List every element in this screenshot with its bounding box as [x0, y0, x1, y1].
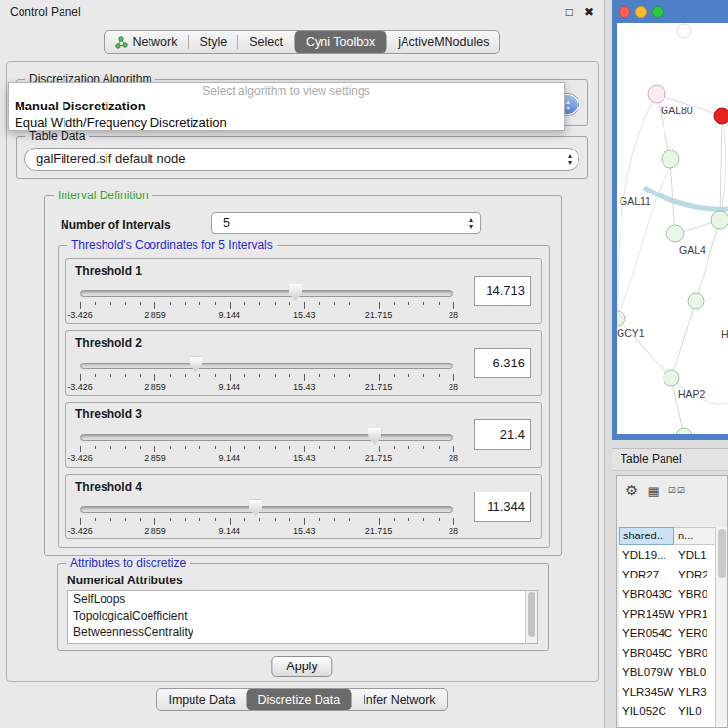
- tick-mark: [349, 446, 350, 449]
- threshold-value-field[interactable]: 21.4: [474, 419, 531, 450]
- dropdown-option-manual-discretization[interactable]: Manual Discretization: [9, 98, 564, 114]
- tick-label: 28: [449, 526, 458, 535]
- tick-mark: [364, 374, 364, 377]
- columns-icon[interactable]: ▦: [647, 484, 659, 498]
- column-header-name[interactable]: n...: [674, 527, 715, 545]
- tick-mark: [230, 374, 231, 381]
- attribute-list-item[interactable]: SelfLoops: [68, 591, 537, 608]
- control-panel: Control Panel □ ✖ NetworkStyleSelectCyni…: [0, 0, 605, 728]
- tick-mark: [364, 446, 364, 449]
- interval-definition-group: Interval Definition Number of Intervals …: [44, 195, 562, 556]
- tick-mark: [379, 518, 380, 525]
- threshold-slider[interactable]: -3.4262.8599.14415.4321.71528: [80, 283, 453, 321]
- select-columns-icon[interactable]: ☑☑: [668, 486, 686, 495]
- table-row[interactable]: YBL079WYBL0: [619, 663, 715, 682]
- table-row[interactable]: YDL19...YDL1: [619, 545, 715, 565]
- tick-mark: [140, 446, 141, 449]
- column-header-shared-name[interactable]: shared...: [619, 527, 674, 545]
- table-scrollbar[interactable]: [715, 527, 727, 727]
- tick-mark: [394, 446, 395, 449]
- close-icon[interactable]: ✖: [584, 5, 594, 19]
- table-panel-title: Table Panel: [621, 452, 682, 466]
- threshold-value-field[interactable]: 11.344: [474, 492, 531, 522]
- tab-cyni-toolbox[interactable]: Cyni Toolbox: [295, 31, 386, 53]
- table-cell: YPR145W: [619, 604, 674, 623]
- tab-jactivemnodules[interactable]: jActiveMNodules: [387, 31, 499, 53]
- table-row[interactable]: YBR043CYBR0: [619, 584, 715, 604]
- bottom-tab-bar: Impute DataDiscretize DataInfer Network: [156, 688, 447, 711]
- apply-button[interactable]: Apply: [271, 656, 332, 677]
- tab-select[interactable]: Select: [238, 31, 294, 53]
- tab-impute-data[interactable]: Impute Data: [157, 689, 245, 710]
- table-row[interactable]: YDR27...YDR2: [619, 565, 715, 584]
- float-window-icon[interactable]: □: [566, 5, 573, 19]
- combobox-value: galFiltered.sif default node: [36, 149, 185, 170]
- tick-label: 9.144: [219, 453, 241, 463]
- network-node[interactable]: [676, 428, 692, 434]
- threshold-value-field[interactable]: 14.713: [474, 276, 531, 306]
- tick-mark: [199, 302, 200, 305]
- tick-mark: [80, 518, 81, 525]
- tab-style[interactable]: Style: [189, 31, 237, 53]
- slider-ticks: [80, 518, 453, 525]
- threshold-panel-1: Threshold 1-3.4262.8599.14415.4321.71528…: [65, 258, 542, 324]
- zoom-traffic-light-icon[interactable]: [652, 6, 664, 18]
- slider-thumb[interactable]: [190, 357, 202, 373]
- table-cell: YBR0: [674, 643, 715, 663]
- threshold-slider[interactable]: -3.4262.8599.14415.4321.71528: [80, 499, 453, 536]
- tab-infer-network[interactable]: Infer Network: [352, 689, 446, 710]
- tick-label: 9.144: [219, 382, 241, 392]
- tab-network[interactable]: Network: [105, 31, 189, 53]
- attributes-scrollbar[interactable]: [525, 591, 537, 643]
- network-node-label: GAL80: [661, 105, 693, 116]
- tick-mark: [408, 518, 409, 521]
- table-row[interactable]: YBR045CYBR0: [619, 643, 715, 663]
- combobox-stepper-icon[interactable]: ▴▾: [469, 216, 473, 230]
- num-intervals-combobox[interactable]: 5 ▴▾: [211, 212, 481, 234]
- network-node[interactable]: [711, 211, 728, 229]
- tick-mark: [379, 446, 380, 452]
- scrollbar-thumb[interactable]: [718, 529, 726, 578]
- network-node[interactable]: [666, 225, 684, 242]
- table-cell: YIL0: [674, 702, 715, 721]
- threshold-slider[interactable]: -3.4262.8599.14415.4321.71528: [80, 356, 453, 393]
- tick-mark: [154, 518, 155, 525]
- slider-thumb[interactable]: [249, 500, 262, 517]
- table-cell: YBL0: [674, 663, 715, 682]
- network-node[interactable]: [714, 108, 728, 124]
- network-canvas[interactable]: GAL80GAL11GAL4GCY1HAP2H: [617, 23, 728, 434]
- tick-label: 21.715: [365, 526, 393, 535]
- threshold-slider[interactable]: -3.4262.8599.14415.4321.71528: [80, 427, 453, 464]
- table-row[interactable]: YPR145WYPR1: [619, 604, 715, 623]
- table-cell: YDL1: [674, 545, 715, 565]
- network-node[interactable]: [662, 150, 679, 168]
- table-cell: YER054C: [619, 623, 674, 643]
- close-traffic-light-icon[interactable]: [619, 6, 630, 18]
- thresholds-group: Threshold's Coordinates for 5 Intervals …: [58, 245, 550, 548]
- network-node[interactable]: [664, 370, 679, 386]
- tick-mark: [244, 302, 245, 305]
- numerical-attributes-list[interactable]: SelfLoopsTopologicalCoefficientBetweenne…: [67, 590, 538, 644]
- tick-mark: [125, 374, 126, 377]
- minimize-traffic-light-icon[interactable]: [635, 6, 647, 18]
- network-node[interactable]: [677, 24, 691, 38]
- tick-label: 28: [449, 453, 458, 463]
- scrollbar-thumb[interactable]: [528, 592, 535, 637]
- gear-icon[interactable]: ⚙: [625, 482, 638, 499]
- network-node[interactable]: [648, 85, 665, 103]
- tab-discretize-data[interactable]: Discretize Data: [247, 689, 352, 710]
- table-row[interactable]: YER054CYER0: [619, 623, 715, 643]
- slider-thumb[interactable]: [368, 428, 381, 445]
- network-node[interactable]: [617, 311, 625, 326]
- table-row[interactable]: YIL052CYIL0: [619, 702, 715, 721]
- threshold-value-field[interactable]: 6.316: [474, 348, 531, 378]
- network-node[interactable]: [688, 293, 704, 309]
- attribute-list-item[interactable]: TopologicalCoefficient: [68, 608, 537, 624]
- table-data-combobox[interactable]: galFiltered.sif default node ▴▾: [24, 148, 579, 171]
- dropdown-option-equal-width-frequency[interactable]: Equal Width/Frequency Discretization: [9, 114, 564, 131]
- attribute-list-item[interactable]: BetweennessCentrality: [68, 624, 537, 641]
- slider-thumb[interactable]: [289, 284, 302, 301]
- combobox-stepper-icon[interactable]: ▴▾: [568, 152, 572, 166]
- tick-mark: [334, 302, 335, 305]
- table-row[interactable]: YLR345WYLR3: [619, 682, 715, 702]
